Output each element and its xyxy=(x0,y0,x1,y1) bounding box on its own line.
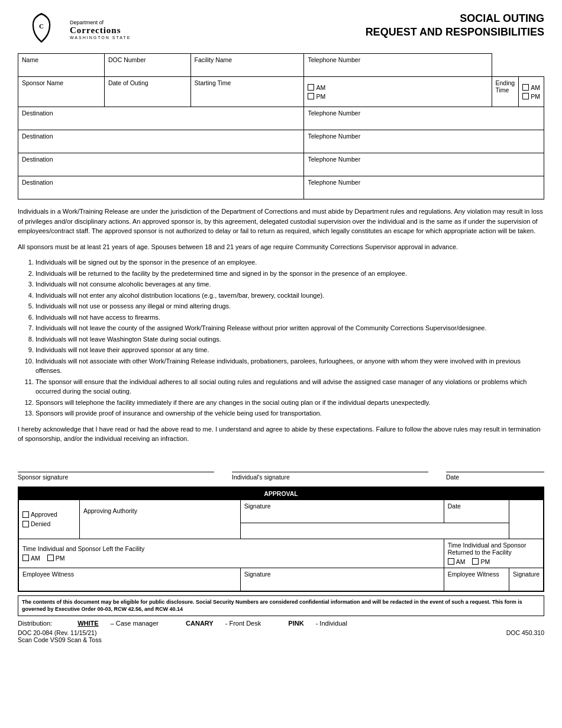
info-table: Name DOC Number Facility Name Telephone … xyxy=(18,53,544,199)
dest2-value xyxy=(22,140,300,150)
denied-checkbox[interactable] xyxy=(22,521,29,527)
approved-checkbox[interactable] xyxy=(22,511,29,518)
starting-pm-checkbox[interactable] xyxy=(308,93,314,99)
signature-section: Sponsor signature Individual's signature… xyxy=(18,456,544,481)
list-item: Individuals will not enter any alcohol d… xyxy=(35,291,544,301)
date-sig-label: Date xyxy=(446,473,544,481)
ending-time-value xyxy=(496,94,515,104)
ending-am[interactable]: AM xyxy=(522,84,540,91)
distribution-prefix: Distribution: xyxy=(18,620,52,627)
doc-number-label: DOC Number xyxy=(108,56,187,63)
name-value xyxy=(22,63,101,74)
cell-telephone: Telephone Number xyxy=(304,54,492,77)
approval-sig-value xyxy=(244,510,440,520)
logo-sub: WASHINGTON STATE xyxy=(70,36,131,40)
cell-dest4: Destination xyxy=(18,176,304,199)
approving-authority-label: Approving Authority xyxy=(83,507,137,514)
body-para2: All sponsors must be at least 21 years o… xyxy=(18,242,544,252)
cell-tel4: Telephone Number xyxy=(304,176,544,199)
telephone-value xyxy=(308,63,487,74)
approval-header-cell: APPROVAL xyxy=(18,487,544,500)
facility-name-label: Facility Name xyxy=(195,56,301,63)
returned-am[interactable]: AM xyxy=(448,558,466,565)
cell-approval-sig: Signature xyxy=(240,500,444,523)
ending-pm-label: PM xyxy=(531,93,540,100)
canary-label: CANARY xyxy=(186,620,214,627)
time-returned-ampm: AM PM xyxy=(448,558,540,565)
returned-am-checkbox[interactable] xyxy=(448,558,454,565)
cell-time-returned: Time Individual and Sponsor Returned to … xyxy=(444,539,544,568)
time-returned-label: Time Individual and Sponsor Returned to … xyxy=(448,542,527,556)
starting-pm[interactable]: PM xyxy=(308,93,487,100)
ending-am-label: AM xyxy=(531,84,540,91)
cell-emp-sig2: Signature xyxy=(509,568,544,591)
ending-ampm: AM PM xyxy=(522,84,540,100)
left-pm-checkbox[interactable] xyxy=(47,555,54,561)
ending-am-checkbox[interactable] xyxy=(522,84,529,91)
individual-sig-label: Individual's signature xyxy=(232,473,428,481)
approval-witness-row: Employee Witness Signature Employee Witn… xyxy=(18,568,544,591)
form-title: SOCIAL OUTING REQUEST AND RESPONSIBILITI… xyxy=(366,12,544,40)
svg-text:C: C xyxy=(39,22,44,30)
row-dest1: Destination Telephone Number xyxy=(18,107,544,130)
list-item: Individuals will not leave Washington St… xyxy=(35,334,544,344)
list-item: Sponsors will telephone the facility imm… xyxy=(35,398,544,408)
starting-am[interactable]: AM xyxy=(308,84,487,91)
left-am-checkbox[interactable] xyxy=(22,555,29,561)
list-item: Individuals will not use or possess any … xyxy=(35,301,544,311)
emp-witness2-value xyxy=(448,578,505,588)
cell-tel2: Telephone Number xyxy=(304,130,544,153)
starting-am-checkbox[interactable] xyxy=(308,84,314,91)
canary-desc: - Front Desk xyxy=(225,620,261,627)
approved-checkbox-row[interactable]: Approved xyxy=(22,511,76,518)
logo-main: Corrections xyxy=(70,25,131,36)
white-desc: – Case manager xyxy=(111,620,159,627)
emp-sig1-label: Signature xyxy=(244,571,271,578)
returned-pm-checkbox[interactable] xyxy=(472,558,479,565)
pink-desc: - Individual xyxy=(316,620,347,627)
sponsor-sig-line xyxy=(18,456,214,472)
body-para3: I hereby acknowledge that I have read or… xyxy=(18,424,544,444)
emp-sig2-label: Signature xyxy=(513,571,540,578)
tel1-value xyxy=(308,117,540,127)
left-pm[interactable]: PM xyxy=(47,555,65,562)
logo-area: C Department of Corrections WASHINGTON S… xyxy=(18,12,131,47)
emp-sig2-value xyxy=(513,578,540,588)
date-sig-block: Date xyxy=(446,456,544,481)
telephone-label: Telephone Number xyxy=(308,56,487,63)
cell-emp-sig1: Signature xyxy=(240,568,444,591)
name-label: Name xyxy=(22,56,101,63)
ending-pm[interactable]: PM xyxy=(522,93,540,100)
cell-dest2: Destination xyxy=(18,130,304,153)
sponsor-name-value xyxy=(22,86,101,97)
approval-time-row: Time Individual and Sponsor Left the Fac… xyxy=(18,539,544,568)
starting-ampm: AM PM xyxy=(308,84,487,100)
cell-emp-witness1: Employee Witness xyxy=(18,568,240,591)
left-am[interactable]: AM xyxy=(22,555,40,562)
emp-witness2-label: Employee Witness xyxy=(448,571,499,578)
starting-pm-label: PM xyxy=(316,93,325,100)
starting-time-label: Starting Time xyxy=(195,79,301,86)
page-header: C Department of Corrections WASHINGTON S… xyxy=(18,12,544,47)
starting-am-label: AM xyxy=(316,84,325,91)
approval-table: APPROVAL Approved Denied Approving Autho… xyxy=(18,487,544,592)
returned-pm[interactable]: PM xyxy=(472,558,490,565)
title-line1: SOCIAL OUTING xyxy=(460,12,544,24)
list-item: Individuals will not leave their approve… xyxy=(35,345,544,355)
title-line2: REQUEST AND RESPONSIBILITIES xyxy=(366,26,544,38)
denied-checkbox-row[interactable]: Denied xyxy=(22,520,76,527)
emp-witness1-value xyxy=(22,578,237,588)
dest1-value xyxy=(22,117,300,127)
time-left-label: Time Individual and Sponsor Left the Fac… xyxy=(22,545,144,552)
returned-pm-label: PM xyxy=(480,558,490,565)
individual-sig-block: Individual's signature xyxy=(232,456,428,481)
tel3-value xyxy=(308,163,540,173)
tel2-value xyxy=(308,140,540,150)
cell-emp-witness2: Employee Witness xyxy=(444,568,509,591)
ending-pm-checkbox[interactable] xyxy=(522,93,529,99)
body-para1: Individuals in a Work/Training Release a… xyxy=(18,207,544,236)
approval-empty xyxy=(244,526,505,536)
form-number: DOC 20-084 (Rev. 11/15/21) xyxy=(18,629,102,636)
approval-date-value xyxy=(448,510,505,520)
approval-row1: Approved Denied Approving Authority Sign… xyxy=(18,500,544,523)
